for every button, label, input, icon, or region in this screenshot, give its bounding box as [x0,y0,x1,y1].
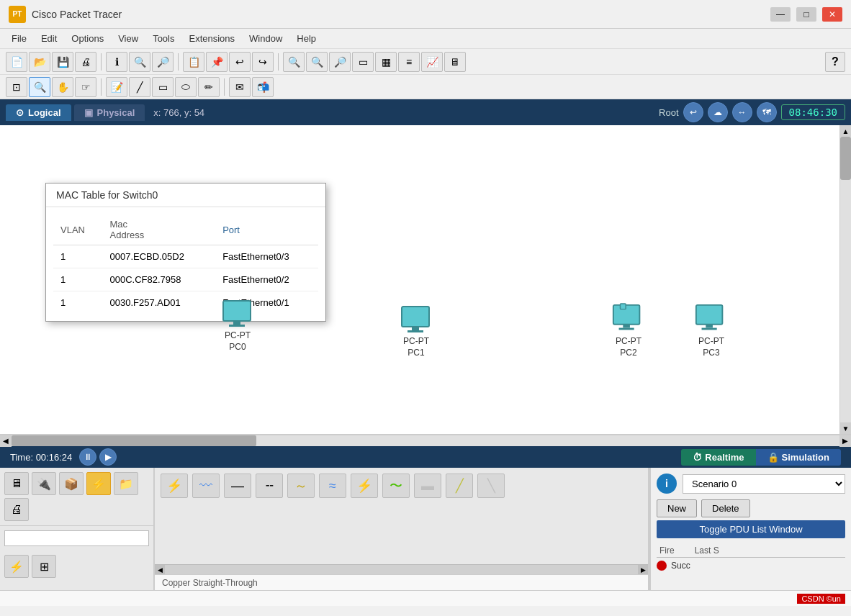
zoom-tool-button[interactable]: 🔍 [29,77,50,97]
info-button[interactable]: ℹ [106,52,127,72]
line-button[interactable]: ╱ [129,77,150,97]
device-pc3[interactable]: PC-PTPC3 [693,304,729,358]
copy-button[interactable]: 📋 [183,52,204,72]
select-button[interactable]: ⊡ [6,77,27,97]
cable-console[interactable]: 〰 [192,474,220,498]
cable-crossover[interactable]: ╌ [256,474,283,498]
redo-button[interactable]: ↪ [252,52,274,72]
rect-draw-button[interactable]: ▭ [152,77,174,97]
vertical-scrollbar[interactable]: ▲ ▼ [839,125,851,434]
device-pc1[interactable]: PC-PTPC1 [398,304,434,358]
help-button[interactable]: ? [825,52,845,72]
cable-status-label: Copper Straight-Through [155,574,648,590]
cable-octal[interactable]: ⚡ [351,474,378,498]
palette-grid[interactable]: ⊞ [32,555,56,578]
graph-button[interactable]: 📈 [421,52,443,72]
print-button[interactable]: 🖨 [75,52,96,72]
zoom-in-button[interactable]: 🔍 [283,52,305,72]
scroll-up-button[interactable]: ▲ [840,125,851,137]
maximize-button[interactable]: □ [796,7,816,22]
scroll-right-button[interactable]: ▶ [839,435,851,447]
cable-serial[interactable]: ≈ [319,474,346,498]
mac-table-row: 1 0007.ECBD.05D2 FastEthernet0/3 [53,245,318,268]
palette-switches[interactable]: 🔌 [32,472,56,495]
free-button[interactable]: ✏ [198,77,220,97]
new-scenario-button[interactable]: New [657,499,697,517]
tab-logical[interactable]: ⊙ Logical [6,104,71,121]
cable-phone[interactable]: ▬ [414,474,441,498]
delete-scenario-button[interactable]: Delete [701,499,750,517]
map-button[interactable]: 🗺 [757,102,777,122]
menu-item-window[interactable]: Window [243,32,288,45]
play-button[interactable]: ▶ [99,448,117,466]
vlan-cell: 1 [53,245,103,268]
scroll-left-button[interactable]: ◀ [0,435,12,447]
palette-hubs[interactable]: 📦 [59,472,84,495]
cable-auto[interactable]: ⚡ [161,474,188,498]
network-button[interactable]: ↔ [732,102,752,122]
scroll-track [12,435,839,446]
zoom-out-button[interactable]: 🔎 [329,52,351,72]
tab-physical[interactable]: ▣ Physical [74,104,145,121]
device-name-display [4,530,149,546]
simulation-mode-button[interactable]: 🔒 Simulation [756,449,841,466]
move-button[interactable]: ✋ [52,77,73,97]
search-button[interactable]: 🔎 [152,52,174,72]
paste-button[interactable]: 📌 [206,52,228,72]
scroll-h-thumb[interactable] [12,435,256,446]
palette-wireless[interactable]: ⚡ [86,472,111,495]
open-button[interactable]: 📂 [29,52,50,72]
cable-coaxial[interactable]: ╱ [446,474,473,498]
palette-security[interactable]: 📁 [114,472,138,495]
list-button[interactable]: ≡ [398,52,420,72]
toggle-pdu-button[interactable]: Toggle PDU List Window [657,520,845,538]
menu-item-options[interactable]: Options [66,32,109,45]
cable-straight[interactable]: — [224,474,251,498]
horizontal-scrollbar: ◀ ▶ [0,435,851,446]
menu-item-help[interactable]: Help [291,32,322,45]
app-logo: PT [9,6,26,23]
save-button[interactable]: 💾 [52,52,73,72]
realtime-mode-button[interactable]: ⏱ Realtime [681,449,755,466]
envelope-button[interactable]: 📬 [252,77,274,97]
inspect-button[interactable]: 🔍 [129,52,150,72]
pause-button[interactable]: ⏸ [79,448,96,466]
col-port: Port [215,214,318,245]
info-icon[interactable]: i [657,474,677,494]
undo-button[interactable]: ↩ [229,52,251,72]
note-button[interactable]: 📝 [106,77,127,97]
new-button[interactable]: 📄 [6,52,27,72]
palette-lightning[interactable]: ⚡ [4,555,29,578]
menu-item-extensions[interactable]: Extensions [183,32,240,45]
hand-button[interactable]: ☞ [75,77,96,97]
menu-item-tools[interactable]: Tools [147,32,180,45]
email-button[interactable]: ✉ [229,77,251,97]
back-button[interactable]: ↩ [683,102,703,122]
cloud-button[interactable]: ☁ [708,102,728,122]
palette-routers[interactable]: 🖥 [4,472,29,495]
menu-item-view[interactable]: View [112,32,144,45]
cable-scroll-left[interactable]: ◀ [155,565,165,575]
menu-item-file[interactable]: File [6,32,32,45]
rect-button[interactable]: ▭ [352,52,374,72]
palette-wan[interactable]: 🖨 [4,498,29,521]
cable-scroll-right[interactable]: ▶ [638,565,648,575]
menu-item-edit[interactable]: Edit [35,32,63,45]
monitor-button[interactable]: 🖥 [444,52,466,72]
scenario-select[interactable]: Scenario 0 [683,474,845,494]
minimize-button[interactable]: — [770,7,791,22]
scroll-down-button[interactable]: ▼ [840,422,851,434]
close-button[interactable]: ✕ [822,7,842,22]
cable-usb[interactable]: ╲ [477,474,505,498]
cable-fiber[interactable]: 〜 [382,474,410,498]
table-button[interactable]: ▦ [375,52,397,72]
cable-rollover[interactable]: ～ [287,474,315,498]
ellipse-button[interactable]: ⬭ [175,77,197,97]
mac-table-body: 1 0007.ECBD.05D2 FastEthernet0/3 1 000C.… [53,245,318,314]
device-pc2[interactable]: PC-PTPC2 [611,304,647,358]
simulation-label: Simulation [782,452,829,463]
device-pc0[interactable]: PC-PTPC0 [220,298,256,353]
pdu-fire-indicator [657,561,667,571]
zoom-fit-button[interactable]: 🔍 [306,52,328,72]
scroll-thumb[interactable] [840,137,851,180]
